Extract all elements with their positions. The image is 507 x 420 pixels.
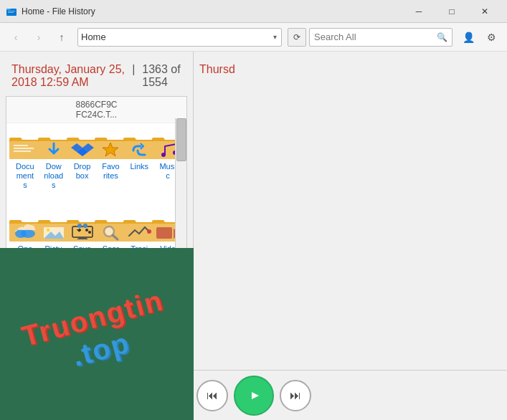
minimize-button[interactable]: ─ bbox=[402, 0, 435, 23]
scrollbar-thumb[interactable] bbox=[176, 118, 186, 161]
play-icon bbox=[245, 386, 263, 405]
up-button[interactable]: ↑ bbox=[52, 27, 72, 47]
svg-point-17 bbox=[161, 153, 166, 157]
toolbar: ‹ › ↑ ▾ ⟳ 🔍 👤 ⚙ bbox=[0, 23, 507, 52]
toolbar-right-buttons: 👤 ⚙ bbox=[458, 27, 501, 47]
svg-rect-37 bbox=[156, 227, 172, 239]
svg-rect-2 bbox=[8, 11, 15, 11]
maximize-button[interactable]: □ bbox=[435, 0, 468, 23]
folder-path-line2: FC24C.T... bbox=[12, 110, 181, 120]
search-bar[interactable]: 🔍 bbox=[309, 28, 452, 47]
svg-rect-6 bbox=[14, 148, 34, 149]
next-button[interactable]: ⏭ bbox=[280, 380, 311, 411]
refresh-button[interactable]: ⟳ bbox=[288, 28, 306, 47]
folder-label: Dropbox bbox=[72, 162, 93, 181]
svg-marker-1 bbox=[6, 9, 11, 10]
list-item[interactable]: Dropbox bbox=[70, 129, 95, 209]
folder-path: 8866CF9C FC24C.T... bbox=[6, 97, 186, 123]
right-panel: Thursd bbox=[194, 52, 507, 420]
date-separator: | bbox=[132, 63, 135, 76]
address-input[interactable] bbox=[81, 32, 272, 42]
svg-point-30 bbox=[83, 224, 87, 228]
svg-point-29 bbox=[77, 224, 82, 228]
address-bar[interactable]: ▾ bbox=[77, 28, 282, 47]
content-area: Thursday, January 25, 2018 12:59 AM | 13… bbox=[0, 52, 507, 420]
address-dropdown-icon[interactable]: ▾ bbox=[272, 33, 278, 41]
folder-label: Documents bbox=[15, 162, 35, 191]
close-button[interactable]: ✕ bbox=[468, 0, 501, 23]
svg-point-24 bbox=[47, 229, 49, 232]
forward-button[interactable]: › bbox=[29, 27, 49, 47]
previous-button[interactable]: ⏮ bbox=[196, 380, 228, 411]
svg-point-28 bbox=[88, 231, 91, 234]
folder-label: Links bbox=[130, 162, 148, 171]
window-controls: ─ □ ✕ bbox=[402, 0, 501, 23]
left-panel: Thursday, January 25, 2018 12:59 AM | 13… bbox=[0, 52, 194, 420]
list-item[interactable]: Favorites bbox=[98, 129, 123, 209]
svg-rect-3 bbox=[8, 12, 14, 13]
svg-rect-5 bbox=[14, 145, 28, 146]
title-bar: Home - File History ─ □ ✕ bbox=[0, 0, 507, 23]
date-text: Thursday, January 25, 2018 12:59 AM bbox=[11, 63, 125, 89]
right-date-text: Thursd bbox=[199, 63, 235, 76]
folder-label: Downloads bbox=[44, 162, 64, 191]
record-count: 1363 of 1554 bbox=[142, 63, 181, 89]
list-item[interactable]: Downloads bbox=[41, 129, 67, 209]
date-header: Thursday, January 25, 2018 12:59 AM | 13… bbox=[0, 52, 193, 96]
back-button[interactable]: ‹ bbox=[6, 27, 26, 47]
person-icon-button[interactable]: 👤 bbox=[458, 27, 478, 47]
folder-label: Favorites bbox=[100, 162, 120, 181]
watermark: Truongtin .top bbox=[0, 248, 194, 420]
list-item[interactable]: Links bbox=[126, 129, 152, 209]
svg-rect-7 bbox=[14, 151, 31, 152]
folder-path-line1: 8866CF9C bbox=[12, 100, 181, 110]
app-icon bbox=[6, 6, 17, 17]
settings-icon-button[interactable]: ⚙ bbox=[481, 27, 501, 47]
window-title: Home - File History bbox=[22, 6, 402, 16]
search-icon[interactable]: 🔍 bbox=[437, 32, 447, 42]
play-button[interactable] bbox=[234, 376, 274, 416]
svg-point-21 bbox=[21, 229, 35, 238]
search-input[interactable] bbox=[314, 32, 437, 42]
svg-point-27 bbox=[85, 229, 88, 232]
list-item[interactable]: Documents bbox=[12, 129, 38, 209]
